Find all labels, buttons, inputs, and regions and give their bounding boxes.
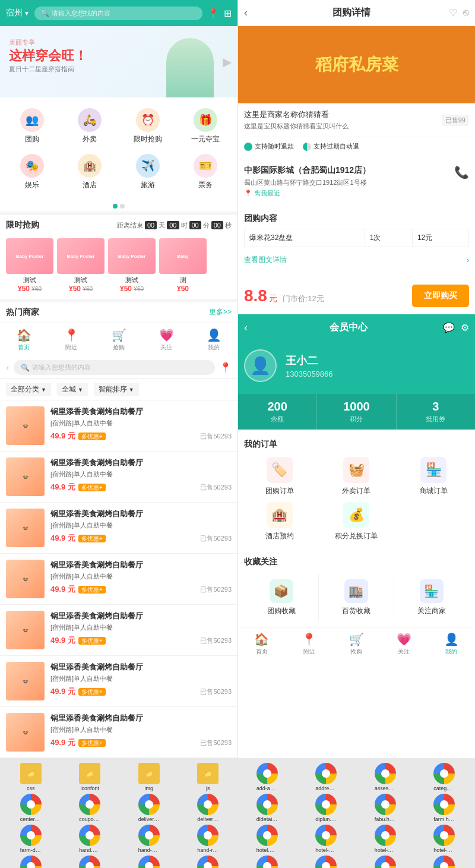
stat-points[interactable]: 1000 积分 [317,394,396,430]
list-item[interactable]: hotel-de... [298,825,355,853]
list-item[interactable]: address... [298,763,355,791]
flash-item-0[interactable]: Baby Poster 测试 ¥50 ¥60 [6,238,53,293]
detail-link[interactable]: 查看图文详情 › [244,252,469,268]
list-item[interactable]: farm.html [416,794,473,822]
list-item[interactable]: 🍲 锅里添香美食涮烤自助餐厅 [宿州路]单人自助中餐 49.9 元多优惠+ 已售… [0,452,238,503]
message-icon[interactable]: 💬 [443,322,455,333]
list-item[interactable]: indiana-... [357,856,414,868]
file-js[interactable]: 📁 js [180,763,237,791]
list-item[interactable]: category... [416,763,473,791]
phone-icon[interactable]: 📞 [454,165,469,179]
nav-right-follow[interactable]: 💗 关注 [380,627,428,661]
file-img[interactable]: 📁 img [121,763,178,791]
menu-item-lucky[interactable]: 🎁 一元夺宝 [177,103,235,149]
list-item[interactable]: 🍲 锅里添香美食涮烤自助餐厅 [宿州路]单人自助中餐 49.9 元多优惠+ 已售… [0,400,238,452]
collect-item-mall[interactable]: 🏬 百货收藏 [319,575,394,621]
list-item[interactable]: add-addr... [239,763,296,791]
list-item[interactable]: coupon.html [62,794,119,822]
scan-icon[interactable]: ⊞ [224,8,232,19]
list-item[interactable]: jfguanli... [416,856,473,868]
list-item[interactable]: farm-det... [2,825,59,853]
location-icon-2[interactable]: 📍 [220,362,232,373]
nav-right-home[interactable]: 🏠 首页 [238,627,286,661]
topbar-left: 宿州 ▼ 🔍 请输入您想找的内容 📍 ⊞ [0,0,238,26]
share-icon[interactable]: ⎋ [463,7,469,18]
flash-item-1[interactable]: Baby Poster 测试 ¥50 ¥60 [57,238,104,293]
list-item[interactable]: indiana... [239,856,296,868]
list-item[interactable]: diplun.html [298,794,355,822]
list-item[interactable]: fabu.html [357,794,414,822]
list-item[interactable]: 🍲 锅里添香美食涮烤自助餐厅 [宿州路]单人自助中餐 49.9 元多优惠+ 已售… [0,656,238,707]
list-item[interactable]: delivery... [180,794,237,822]
merchant-info-4: 锅里添香美食涮烤自助餐厅 [宿州路]单人自助中餐 49.9 元多优惠+ 已售50… [50,611,232,649]
nav-right-profile[interactable]: 👤 我的 [428,627,475,661]
collect-item-merchant[interactable]: 🏪 关注商家 [394,575,469,621]
menu-item-delivery[interactable]: 🛵 外卖 [61,103,119,149]
nav-profile[interactable]: 👤 我的 [190,323,238,356]
flash-item-2[interactable]: Baby Poster 测试 ¥50 ¥60 [108,238,156,293]
list-item[interactable]: hotel.html [239,825,296,853]
member-back-button[interactable]: ‹ [244,321,248,334]
file-css[interactable]: 📁 css [2,763,59,791]
buy-button[interactable]: 立即购买 [412,285,469,307]
list-item[interactable]: delivery... [121,794,178,822]
more-link[interactable]: 更多>> [209,307,232,318]
order-type-points[interactable]: 💰 积分兑换订单 [321,502,392,541]
list-item[interactable]: 🍲 锅里添香美食涮烤自助餐厅 [宿州路]单人自助中餐 49.9 元多优惠+ 已售… [0,707,238,758]
menu-item-travel[interactable]: ✈️ 旅游 [119,149,177,195]
favorite-icon[interactable]: ♡ [449,7,457,18]
settings-icon[interactable]: ⚙ [461,322,469,333]
list-item[interactable]: indiana-... [298,856,355,868]
menu-item-group-buy[interactable]: 👥 团购 [3,103,61,149]
back-button[interactable]: ‹ [244,7,248,19]
list-item[interactable]: 🍲 锅里添香美食涮烤自助餐厅 [宿州路]单人自助中餐 49.9 元多优惠+ 已售… [0,554,238,605]
filter-city[interactable]: 全城 ▼ [57,383,88,396]
banner-play-icon[interactable]: ▶ [223,55,232,69]
list-item[interactable]: hand.html [62,825,119,853]
location-selector[interactable]: 宿州 ▼ [6,8,30,18]
list-item[interactable]: index.html [180,856,237,868]
list-item[interactable]: hotel-to... [62,856,119,868]
list-item[interactable]: 🍲 锅里添香美食涮烤自助餐厅 [宿州路]单人自助中餐 49.9 元多优惠+ 已售… [0,503,238,554]
list-item[interactable]: center.html [2,794,59,822]
list-item[interactable]: hotel-pa... [416,825,473,853]
group-buy-detail-section: ‹ 团购详情 ♡ ⎋ 稻府私房菜 这里是商家名称你猜猜看 [238,0,475,314]
list-item[interactable]: hand-det... [121,825,178,853]
menu-item-tickets[interactable]: 🎫 票务 [177,149,235,195]
chrome-icon-15 [433,794,455,815]
filter-category[interactable]: 全部分类 ▼ [6,383,51,396]
stat-coupons[interactable]: 3 抵用券 [397,394,475,430]
list-item[interactable]: huifu.html [121,856,178,868]
order-type-shop[interactable]: 🏪 商城订单 [398,457,469,496]
location-icon[interactable]: 📍 [207,8,219,19]
back-arrow-left[interactable]: ‹ [6,362,9,373]
file-iconfont[interactable]: 📁 iconfont [62,763,119,791]
filter-sort[interactable]: 智能排序 ▼ [94,383,139,396]
nav-right-deals[interactable]: 🛒 抢购 [333,627,381,661]
menu-item-hotel[interactable]: 🏨 酒店 [61,149,119,195]
nav-right-nearby[interactable]: 📍 附近 [286,627,333,661]
nav-nearby[interactable]: 📍 附近 [48,323,95,356]
collect-item-group-buy[interactable]: 📦 团购收藏 [244,575,319,621]
menu-item-flash[interactable]: ⏰ 限时抢购 [119,103,177,149]
list-item[interactable]: hand-ral... [180,825,237,853]
order-type-group-buy[interactable]: 🏷️ 团购订单 [244,457,315,496]
list-item[interactable]: 🍲 锅里添香美食涮烤自助餐厅 [宿州路]单人自助中餐 49.9 元多优惠+ 已售… [0,605,238,656]
flash-item-name-3: 测 [159,276,207,285]
nav-deals[interactable]: 🛒 抢购 [95,323,142,356]
list-item[interactable]: hotel-to... [2,856,59,868]
list-item[interactable]: dldetail... [239,794,296,822]
order-type-hotel[interactable]: 🏨 酒店预约 [244,502,315,541]
table-row: 爆米花32盘盘 1次 12元 [245,229,469,247]
nav-follow[interactable]: 💗 关注 [142,323,190,356]
order-type-delivery[interactable]: 🧺 外卖订单 [321,457,392,496]
menu-item-entertainment[interactable]: 🎭 娱乐 [3,149,61,195]
stat-balance[interactable]: 200 余额 [238,394,317,430]
search-box-left[interactable]: 🔍 请输入您想找的内容 [34,7,202,20]
list-item[interactable]: hotel-or... [357,825,414,853]
nav-home[interactable]: 🏠 首页 [0,323,48,356]
list-item[interactable]: assess.html [357,763,414,791]
flash-item-3[interactable]: Baby 测 ¥50 [159,238,207,293]
folder-img-icon: 📁 [138,763,160,784]
search-input-2[interactable]: 🔍 请输入您想找的内容 [14,360,215,375]
